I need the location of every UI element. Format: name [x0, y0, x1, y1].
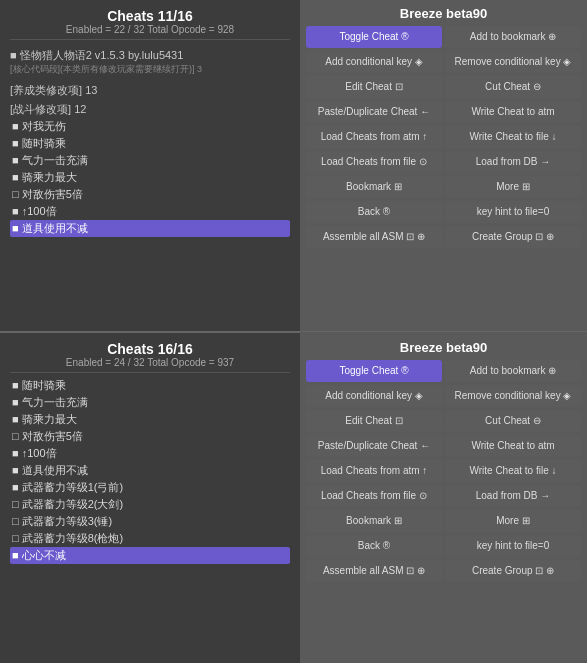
bottom-cheat-item[interactable]: ■ 道具使用不减 — [10, 462, 290, 479]
center-divider — [300, 331, 587, 332]
write-cheat-file-top[interactable]: Write Cheat to file ↓ — [445, 126, 581, 148]
bottom-cheat-item[interactable]: □ 武器蓄力等级2(大剑) — [10, 496, 290, 513]
bottom-panel-title: Cheats 16/16 — [10, 341, 290, 357]
paste-duplicate-cheat-bot[interactable]: Paste/Duplicate Cheat ← — [306, 435, 442, 457]
load-from-db-bot[interactable]: Load from DB → — [445, 485, 581, 507]
load-cheats-atm-bot[interactable]: Load Cheats from atm ↑ — [306, 460, 442, 482]
create-group-top[interactable]: Create Group ⊡ ⊕ — [445, 226, 581, 248]
cut-cheat-bot[interactable]: Cut Cheat ⊖ — [445, 410, 581, 432]
top-panel-title: Cheats 11/16 — [10, 8, 290, 24]
bottom-cheat-item[interactable]: ■ ↑100倍 — [10, 445, 290, 462]
load-cheats-file-top[interactable]: Load Cheats from file ⊙ — [306, 151, 442, 173]
bottom-cheat-item[interactable]: ■ 随时骑乘 — [10, 377, 290, 394]
bookmark-top[interactable]: Bookmark ⊞ — [306, 176, 442, 198]
bottom-right-title: Breeze beta90 — [306, 340, 581, 355]
bottom-btn-grid: Toggle Cheat ®Add to bookmark ⊕Add condi… — [306, 360, 581, 582]
bottom-cheat-panel: Cheats 16/16 Enabled = 24 / 32 Total Opc… — [0, 333, 300, 664]
top-cheat-list: ■ 对我无伤■ 随时骑乘■ 气力一击充满■ 骑乘力最大□ 对敌伤害5倍■ ↑10… — [10, 118, 290, 323]
add-conditional-key-top[interactable]: Add conditional key ◈ — [306, 51, 442, 73]
load-cheats-atm-top[interactable]: Load Cheats from atm ↑ — [306, 126, 442, 148]
paste-duplicate-cheat-top[interactable]: Paste/Duplicate Cheat ← — [306, 101, 442, 123]
top-btn-grid: Toggle Cheat ®Add to bookmark ⊕Add condi… — [306, 26, 581, 248]
bookmark-bot[interactable]: Bookmark ⊞ — [306, 510, 442, 532]
assemble-asm-bot[interactable]: Assemble all ASM ⊡ ⊕ — [306, 560, 442, 582]
bottom-cheat-list: ■ 随时骑乘■ 气力一击充满■ 骑乘力最大□ 对敌伤害5倍■ ↑100倍■ 道具… — [10, 377, 290, 656]
bottom-panel-header: Cheats 16/16 Enabled = 24 / 32 Total Opc… — [10, 341, 290, 373]
bottom-cheat-item[interactable]: ■ 心心不减 — [10, 547, 290, 564]
more-top[interactable]: More ⊞ — [445, 176, 581, 198]
edit-cheat-top[interactable]: Edit Cheat ⊡ — [306, 76, 442, 98]
right-panel: Breeze beta90 Toggle Cheat ®Add to bookm… — [300, 0, 587, 663]
write-cheat-file-bot[interactable]: Write Cheat to file ↓ — [445, 460, 581, 482]
assemble-asm-top[interactable]: Assemble all ASM ⊡ ⊕ — [306, 226, 442, 248]
add-bookmark-top[interactable]: Add to bookmark ⊕ — [445, 26, 581, 48]
add-conditional-key-bot[interactable]: Add conditional key ◈ — [306, 385, 442, 407]
top-cheat-item[interactable]: ■ 对我无伤 — [10, 118, 290, 135]
top-cheat-item[interactable]: ■ 随时骑乘 — [10, 135, 290, 152]
toggle-cheat-bot[interactable]: Toggle Cheat ® — [306, 360, 442, 382]
remove-conditional-key-top[interactable]: Remove conditional key ◈ — [445, 51, 581, 73]
top-right-title: Breeze beta90 — [306, 6, 581, 21]
write-cheat-atm-top[interactable]: Write Cheat to atm — [445, 101, 581, 123]
key-hint-top[interactable]: key hint to file=0 — [445, 201, 581, 223]
game-sub: [核心代码段](本类所有修改玩家需要继续打开)] 3 — [10, 63, 290, 76]
top-panel-header: Cheats 11/16 Enabled = 22 / 32 Total Opc… — [10, 8, 290, 40]
top-cheat-item[interactable]: □ 对敌伤害5倍 — [10, 186, 290, 203]
more-bot[interactable]: More ⊞ — [445, 510, 581, 532]
top-panel-subinfo: Enabled = 22 / 32 Total Opcode = 928 — [10, 24, 290, 35]
key-hint-bot[interactable]: key hint to file=0 — [445, 535, 581, 557]
bottom-cheat-item[interactable]: □ 武器蓄力等级3(锤) — [10, 513, 290, 530]
create-group-bot[interactable]: Create Group ⊡ ⊕ — [445, 560, 581, 582]
load-from-db-top[interactable]: Load from DB → — [445, 151, 581, 173]
cut-cheat-top[interactable]: Cut Cheat ⊖ — [445, 76, 581, 98]
bottom-cheat-item[interactable]: ■ 骑乘力最大 — [10, 411, 290, 428]
add-bookmark-bot[interactable]: Add to bookmark ⊕ — [445, 360, 581, 382]
remove-conditional-key-bot[interactable]: Remove conditional key ◈ — [445, 385, 581, 407]
left-panel: Cheats 11/16 Enabled = 22 / 32 Total Opc… — [0, 0, 300, 663]
back-top[interactable]: Back ® — [306, 201, 442, 223]
bottom-panel-subinfo: Enabled = 24 / 32 Total Opcode = 937 — [10, 357, 290, 368]
top-cheat-item[interactable]: ■ 气力一击充满 — [10, 152, 290, 169]
write-cheat-atm-bot[interactable]: Write Cheat to atm — [445, 435, 581, 457]
bottom-button-section: Breeze beta90 Toggle Cheat ®Add to bookm… — [300, 334, 587, 663]
bottom-cheat-item[interactable]: ■ 气力一击充满 — [10, 394, 290, 411]
top-cheat-item[interactable]: ■ 骑乘力最大 — [10, 169, 290, 186]
toggle-cheat-top[interactable]: Toggle Cheat ® — [306, 26, 442, 48]
top-cheat-item[interactable]: ■ 道具使用不减 — [10, 220, 290, 237]
edit-cheat-bot[interactable]: Edit Cheat ⊡ — [306, 410, 442, 432]
top-button-section: Breeze beta90 Toggle Cheat ®Add to bookm… — [300, 0, 587, 329]
back-bot[interactable]: Back ® — [306, 535, 442, 557]
game-title: ■ 怪物猎人物语2 v1.5.3 by.lulu5431 — [10, 48, 290, 63]
top-cheat-panel: Cheats 11/16 Enabled = 22 / 32 Total Opc… — [0, 0, 300, 333]
bottom-cheat-item[interactable]: □ 武器蓄力等级8(枪炮) — [10, 530, 290, 547]
bottom-cheat-item[interactable]: □ 对敌伤害5倍 — [10, 428, 290, 445]
load-cheats-file-bot[interactable]: Load Cheats from file ⊙ — [306, 485, 442, 507]
section-label-1: [战斗修改项] 12 — [10, 102, 290, 117]
bottom-cheat-item[interactable]: ■ 武器蓄力等级1(弓前) — [10, 479, 290, 496]
top-cheat-item[interactable]: ■ ↑100倍 — [10, 203, 290, 220]
section-label-0: [养成类修改项] 13 — [10, 83, 290, 98]
